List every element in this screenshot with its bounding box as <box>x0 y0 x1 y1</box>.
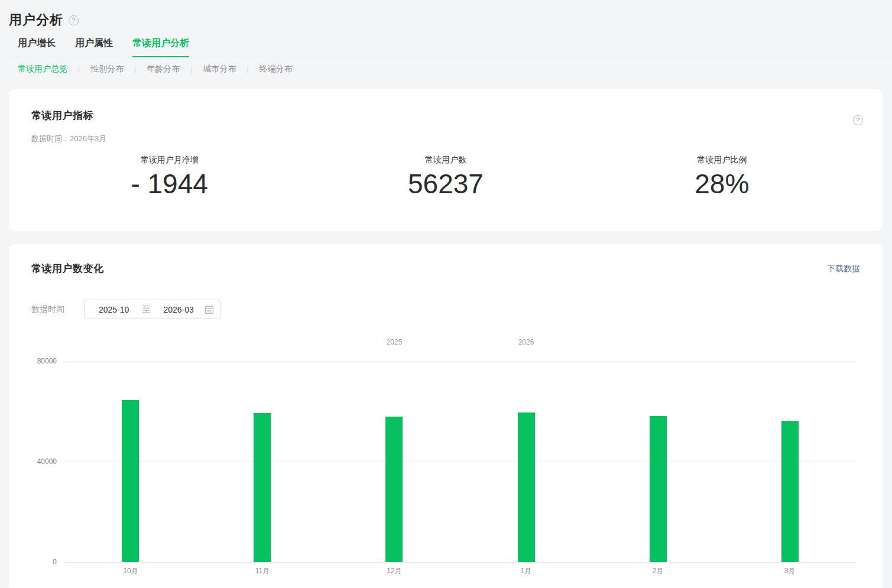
year-label-2026: 2026 <box>502 338 550 346</box>
x-tick-label: 11月 <box>239 566 286 576</box>
y-tick-label: 0 <box>15 558 57 566</box>
chart-filter-row: 数据时间 2025-10 至 2026-03 <box>31 300 860 319</box>
x-axis-line <box>64 562 856 563</box>
bar-12月 <box>385 417 403 562</box>
subtab-1[interactable]: 常读用户总览 <box>18 64 67 74</box>
sub-tabs: 常读用户总览|性别分布|年龄分布|城市分布|终端分布 <box>18 63 892 74</box>
subtab-separator: | <box>134 65 136 73</box>
metric-label: 常读用户数 <box>307 155 583 165</box>
grid-line-40000 <box>64 462 856 462</box>
x-tick-label: 3月 <box>766 566 813 576</box>
bar-10月 <box>122 400 139 562</box>
metric-2: 常读用户数56237 <box>307 155 583 199</box>
data-time-value: 2026年3月 <box>70 134 106 143</box>
y-tick-label: 80000 <box>15 357 57 365</box>
metrics-card-title: 常读用户指标 <box>31 109 860 122</box>
metric-label: 常读用户比例 <box>584 155 860 165</box>
x-tick-label: 1月 <box>502 566 550 576</box>
metric-value: 56237 <box>307 169 583 199</box>
subtab-separator: | <box>190 65 192 73</box>
metric-value: 28% <box>584 169 860 199</box>
subtab-4[interactable]: 城市分布 <box>203 64 236 74</box>
x-tick-label: 12月 <box>371 566 418 576</box>
date-start[interactable]: 2025-10 <box>99 305 129 314</box>
subtab-separator: | <box>246 65 248 73</box>
date-to-label: 至 <box>142 304 150 315</box>
data-time-label: 数据时间： <box>31 134 70 143</box>
bar-11月 <box>254 413 271 562</box>
chart-card-title: 常读用户数变化 <box>31 262 104 275</box>
metrics-help-icon[interactable]: ? <box>853 115 863 125</box>
subtab-2[interactable]: 性别分布 <box>90 64 124 74</box>
page-help-icon[interactable]: ? <box>69 15 79 25</box>
download-data-link[interactable]: 下载数据 <box>827 264 860 274</box>
calendar-icon[interactable] <box>205 305 214 314</box>
bar-3月 <box>781 421 799 562</box>
subtab-separator: | <box>78 65 80 73</box>
chart-card: 常读用户数变化 下载数据 数据时间 2025-10 至 2026-03 0400… <box>9 244 883 588</box>
main-tabs: 用户增长用户属性常读用户分析 <box>9 37 892 57</box>
year-label-2025: 2025 <box>371 338 418 346</box>
data-time: 数据时间：2026年3月 <box>31 134 860 144</box>
date-range-picker[interactable]: 2025-10 至 2026-03 <box>84 300 220 319</box>
tab-3[interactable]: 常读用户分析 <box>132 37 189 57</box>
y-tick-label: 40000 <box>15 457 57 466</box>
metrics-card: 常读用户指标 ? 数据时间：2026年3月 常读用户月净增- 1944常读用户数… <box>9 89 883 231</box>
metric-label: 常读用户月净增 <box>31 155 307 165</box>
x-tick-label: 10月 <box>107 566 154 576</box>
bar-1月 <box>518 412 535 562</box>
subtab-5[interactable]: 终端分布 <box>260 64 293 74</box>
bar-chart: 0400008000010月11月12月1月2月3月20252026 <box>9 332 883 586</box>
subtab-3[interactable]: 年龄分布 <box>147 64 180 74</box>
tab-2[interactable]: 用户属性 <box>75 37 113 57</box>
page-header: 用户分析 ? 用户增长用户属性常读用户分析 常读用户总览|性别分布|年龄分布|城… <box>0 0 892 74</box>
metric-1: 常读用户月净增- 1944 <box>31 155 307 199</box>
bar-2月 <box>650 416 667 562</box>
tab-1[interactable]: 用户增长 <box>18 37 56 57</box>
page-title: 用户分析 <box>9 11 63 29</box>
date-end[interactable]: 2026-03 <box>163 305 193 314</box>
grid-line-80000 <box>64 361 856 362</box>
metrics-row: 常读用户月净增- 1944常读用户数56237常读用户比例28% <box>31 155 860 199</box>
x-tick-label: 2月 <box>634 566 682 576</box>
metric-3: 常读用户比例28% <box>584 155 860 199</box>
chart-filter-label: 数据时间 <box>31 304 84 315</box>
metric-value: - 1944 <box>31 169 307 199</box>
